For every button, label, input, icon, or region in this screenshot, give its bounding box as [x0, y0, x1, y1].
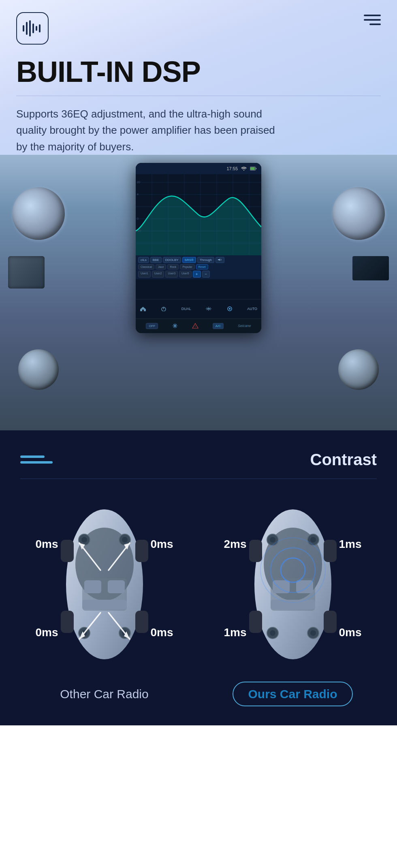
ours-car-label: Ours Car Radio — [233, 682, 352, 706]
svg-text:20: 20 — [137, 181, 140, 184]
svg-point-81 — [310, 630, 316, 636]
right-knob — [338, 349, 379, 390]
page-title: BUILT-IN DSP — [16, 57, 381, 88]
svg-rect-82 — [249, 540, 262, 562]
contrast-section: Contrast 0ms 0ms 0ms 0ms — [0, 430, 397, 726]
ac-off-btn[interactable]: OFF — [146, 323, 158, 329]
power-icon[interactable] — [160, 306, 167, 311]
other-car-item: 0ms 0ms 0ms 0ms — [20, 499, 188, 701]
mode-label: DUAL — [181, 307, 191, 311]
preset-user2[interactable]: User2 — [152, 271, 164, 278]
svg-rect-84 — [249, 611, 262, 633]
svg-rect-44 — [84, 580, 101, 593]
svg-rect-45 — [108, 580, 125, 593]
fan-icon[interactable] — [226, 306, 233, 311]
svg-text:-20: -20 — [137, 229, 141, 232]
svg-point-48 — [81, 537, 87, 543]
svg-rect-3 — [32, 24, 34, 33]
right-vent — [332, 187, 385, 240]
other-car-diagram: 0ms 0ms 0ms 0ms — [40, 499, 169, 678]
left-vent — [12, 187, 65, 240]
left-panel — [8, 256, 45, 289]
svg-rect-9 — [250, 167, 255, 170]
other-car-label: Other Car Radio — [60, 687, 148, 701]
menu-line-2 — [20, 461, 53, 464]
tablet-frame: 17:55 — [136, 163, 261, 333]
eq-btn-dolby[interactable]: DDOLBY — [163, 257, 181, 263]
svg-rect-1 — [26, 22, 28, 35]
svg-rect-2 — [29, 20, 31, 36]
svg-rect-5 — [39, 24, 41, 32]
svg-text:!: ! — [195, 325, 196, 328]
temp-bar: OFF ! A/C Seicane — [136, 319, 261, 333]
svg-rect-58 — [135, 611, 148, 633]
svg-point-75 — [270, 537, 275, 543]
svg-point-6 — [243, 170, 244, 171]
wifi-icon — [241, 167, 247, 171]
warning-triangle-icon: ! — [192, 323, 198, 329]
tablet-time: 17:55 — [226, 166, 238, 171]
eq-controls: cILs BBE DDOLBY SRS® Through Classical J… — [136, 255, 261, 279]
contrast-header: Contrast — [20, 451, 377, 469]
svg-point-50 — [122, 537, 128, 543]
eq-btn-srs[interactable]: SRS® — [182, 257, 196, 263]
svg-rect-85 — [324, 611, 337, 633]
other-car-svg — [48, 499, 161, 669]
tablet-bottom-bar: DUAL AUTO — [136, 299, 261, 319]
eq-remove-btn[interactable]: − — [202, 271, 210, 278]
ours-car-label-wrapper: Ours Car Radio — [233, 687, 352, 701]
svg-rect-55 — [61, 540, 74, 562]
eq-presets-row: Classical Jazz Rock Popular Reset — [138, 264, 259, 269]
svg-rect-8 — [256, 168, 257, 169]
preset-rock[interactable]: Rock — [167, 264, 179, 269]
svg-rect-73 — [271, 600, 315, 609]
eq-effects-row: cILs BBE DDOLBY SRS® Through — [138, 257, 259, 263]
preset-popular[interactable]: Popular — [180, 264, 194, 269]
preset-jazz[interactable]: Jazz — [156, 264, 166, 269]
ours-car-diagram: 2ms 1ms 1ms 0ms — [228, 499, 358, 678]
eq-btn-through[interactable]: Through — [197, 257, 214, 263]
logo — [16, 12, 49, 45]
svg-text:4: 4 — [137, 193, 139, 196]
svg-text:0: 0 — [137, 217, 139, 220]
svg-point-77 — [310, 537, 316, 543]
contrast-divider — [20, 479, 377, 479]
brand-text: Seicane — [238, 324, 251, 328]
home-icon[interactable] — [140, 306, 146, 311]
contrast-label: Contrast — [310, 451, 377, 469]
eq-display: 20 4 0 -20 — [136, 174, 261, 255]
preset-classical[interactable]: Classical — [138, 264, 154, 269]
preset-reset[interactable]: Reset — [196, 264, 208, 269]
eq-btn-vol[interactable] — [216, 257, 224, 263]
auto-label: AUTO — [247, 307, 257, 311]
snowflake-small-icon — [172, 323, 178, 329]
svg-rect-0 — [23, 25, 24, 32]
svg-rect-57 — [61, 611, 74, 633]
eq-btn-cils[interactable]: cILs — [138, 257, 149, 263]
preset-user5[interactable]: User5 — [179, 271, 192, 278]
preset-user1[interactable]: User1 — [138, 271, 151, 278]
ours-car-svg — [236, 499, 350, 669]
snowflake-icon[interactable] — [205, 306, 212, 311]
right-panel — [352, 256, 389, 280]
volume-icon — [218, 258, 222, 261]
title-divider — [16, 96, 381, 96]
subtitle-text: Supports 36EQ adjustment, and the ultra-… — [16, 106, 275, 155]
battery-icon — [250, 167, 256, 171]
ac-on-btn[interactable]: A/C — [213, 323, 224, 329]
eq-add-btn[interactable]: + — [193, 271, 201, 278]
menu-line-1 — [20, 455, 45, 458]
tablet-screen: 20 4 0 -20 cILs BBE DDOLBY SRS® Through — [136, 174, 261, 299]
left-knob — [18, 349, 59, 390]
hero-section: 17:55 — [0, 155, 397, 430]
cars-compare: 0ms 0ms 0ms 0ms — [20, 499, 377, 701]
svg-rect-83 — [324, 540, 337, 562]
svg-point-79 — [270, 630, 275, 636]
eq-graph: 20 4 0 -20 — [136, 174, 261, 255]
header-section: BUILT-IN DSP Supports 36EQ adjustment, a… — [0, 0, 397, 155]
eq-user-presets-row: User1 User2 User3 User5 + − — [138, 271, 259, 278]
eq-btn-bbe[interactable]: BBE — [150, 257, 162, 263]
preset-user3[interactable]: User3 — [165, 271, 178, 278]
hamburger-menu[interactable] — [364, 15, 381, 25]
svg-rect-46 — [82, 600, 127, 609]
